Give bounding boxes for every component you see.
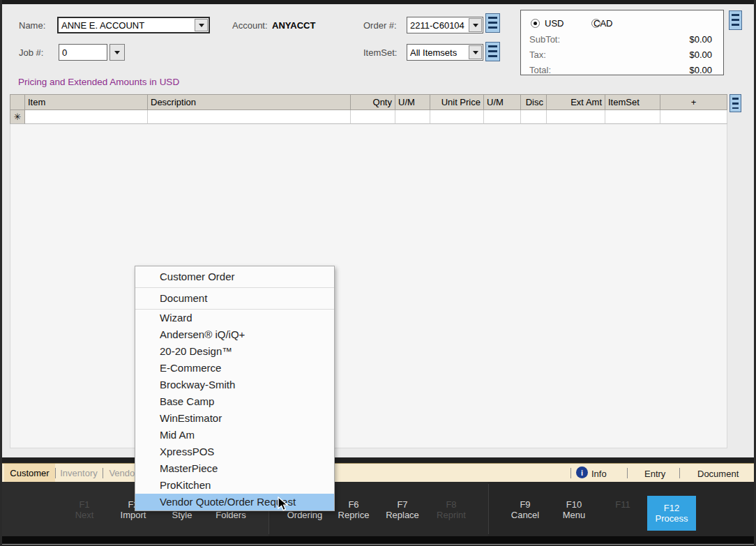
itemset-combobox[interactable]: All Itemsets <box>407 44 483 61</box>
new-record-marker: ✳ <box>10 110 25 124</box>
tax-label: Tax: <box>529 50 546 60</box>
job-number-value: 0 <box>62 45 67 60</box>
itemset-list-button[interactable] <box>485 42 500 61</box>
menu-item-2020-design[interactable]: 20-20 Design™ <box>135 343 334 360</box>
info-icon: i <box>576 467 588 478</box>
cell-qnty[interactable] <box>351 110 395 124</box>
order-number-combobox[interactable]: 2211-C60104 <box>407 17 483 33</box>
account-value: ANYACCT <box>272 20 315 31</box>
cell-item[interactable] <box>25 110 148 124</box>
tax-value: $0.00 <box>689 50 712 60</box>
menu-item-document[interactable]: Document <box>135 288 334 309</box>
grid-header-description[interactable]: Description <box>148 94 351 110</box>
fnkey-f8-reprint: F8Reprint <box>427 499 476 520</box>
tab-document[interactable]: Document <box>697 469 739 479</box>
grid-work-area <box>10 124 727 448</box>
cell-ext-amt[interactable] <box>547 110 605 124</box>
job-dropdown-button[interactable] <box>109 44 125 61</box>
bottom-divider-strip <box>0 457 756 463</box>
cell-disc[interactable] <box>521 110 547 124</box>
cell-um1[interactable] <box>395 110 430 124</box>
customer-name-combobox[interactable]: ANNE E. ACCOUNT <box>57 17 210 33</box>
list-icon <box>488 45 497 58</box>
grid-header-qnty[interactable]: Qnty <box>351 94 395 110</box>
chevron-down-icon <box>114 51 120 54</box>
menu-item-vendor-quote-order-request[interactable]: Vendor Quote/Order Request <box>135 494 334 510</box>
name-label: Name: <box>19 20 45 31</box>
subtotal-label: SubTot: <box>529 34 560 45</box>
chevron-down-icon[interactable] <box>195 19 208 31</box>
menu-item-wizard[interactable]: Wizard <box>135 310 334 326</box>
menu-item-xpresspos[interactable]: XpressPOS <box>135 443 334 460</box>
grid-header-row: Item Description Qnty U/M Unit Price U/M… <box>10 94 727 110</box>
order-number-label: Order #: <box>363 20 397 31</box>
menu-item-ecommerce[interactable]: E-Commerce <box>135 360 334 377</box>
fnkey-f1-next: F1Next <box>60 499 109 520</box>
function-bar-divider <box>488 484 489 534</box>
cell-plus[interactable] <box>660 110 727 124</box>
chevron-down-icon[interactable] <box>469 45 482 59</box>
fnkey-f11: F11 <box>598 499 647 510</box>
order-entry-window: Name: ANNE E. ACCOUNT Account: ANYACCT O… <box>0 0 756 546</box>
grid-header-um1[interactable]: U/M <box>395 94 430 110</box>
total-value: $0.00 <box>689 65 712 75</box>
grid-list-button[interactable] <box>729 94 741 112</box>
total-label: Total: <box>529 65 551 75</box>
menu-item-masterpiece[interactable]: MasterPiece <box>135 460 334 477</box>
mouse-cursor <box>278 496 289 512</box>
bottom-black-strip <box>0 536 756 544</box>
order-number-value: 2211-C60104 <box>410 17 464 33</box>
tab-bar: Customer Inventory Vendor Info Entry Doc… <box>0 463 756 482</box>
grid-header-um2[interactable]: U/M <box>484 94 521 110</box>
fnkey-f7-replace[interactable]: F7Replace <box>378 499 427 520</box>
grid-header-plus[interactable]: + <box>660 94 727 110</box>
fnkey-f9-cancel[interactable]: F9Cancel <box>501 499 550 520</box>
totals-list-button[interactable] <box>729 10 742 30</box>
grid-header-selector[interactable] <box>10 94 25 110</box>
menu-item-andersen[interactable]: Andersen® iQ/iQ+ <box>135 326 334 343</box>
cell-unit-price[interactable] <box>430 110 484 124</box>
cell-itemset[interactable] <box>605 110 660 124</box>
customer-name-value: ANNE E. ACCOUNT <box>61 18 144 32</box>
grid-header-item[interactable]: Item <box>25 94 148 110</box>
list-icon <box>488 17 497 29</box>
totals-panel: USD CAD SubTot: $0.00 Tax: $0.00 Total: … <box>520 10 724 75</box>
list-icon <box>732 14 739 26</box>
tab-info[interactable]: Info <box>591 469 607 479</box>
job-number-field[interactable]: 0 <box>59 44 107 61</box>
grid-header-itemset[interactable]: ItemSet <box>605 94 660 110</box>
fnkey-f10-menu[interactable]: F10Menu <box>550 499 598 520</box>
fnkey-f6-reprice[interactable]: F6Reprice <box>329 499 378 520</box>
menu-item-winestimator[interactable]: WinEstimator <box>135 410 334 427</box>
account-label: Account: <box>232 20 268 31</box>
menu-item-customer-order[interactable]: Customer Order <box>135 266 334 287</box>
itemset-label: ItemSet: <box>363 47 397 58</box>
tab-entry[interactable]: Entry <box>644 469 665 479</box>
pricing-section-title: Pricing and Extended Amounts in USD <box>18 77 179 87</box>
menu-item-mid-am[interactable]: Mid Am <box>135 427 334 443</box>
itemset-value: All Itemsets <box>410 45 457 60</box>
usd-radio[interactable] <box>531 19 540 28</box>
import-context-menu: Customer Order Document Wizard Andersen®… <box>135 266 335 511</box>
list-icon <box>732 98 739 109</box>
job-number-label: Job #: <box>19 47 43 58</box>
fnkey-f12-process[interactable]: F12Process <box>647 496 696 531</box>
tab-inventory[interactable]: Inventory <box>56 464 102 482</box>
grid-header-ext-amt[interactable]: Ext Amt <box>547 94 605 110</box>
order-list-button[interactable] <box>485 13 500 33</box>
chevron-down-icon[interactable] <box>469 18 482 32</box>
grid-new-record-row[interactable]: ✳ <box>10 110 727 124</box>
menu-item-prokitchen[interactable]: ProKitchen <box>135 477 334 494</box>
tab-customer[interactable]: Customer <box>4 464 55 482</box>
usd-radio-label: USD <box>545 18 564 29</box>
cell-um2[interactable] <box>484 110 521 124</box>
subtotal-value: $0.00 <box>689 34 712 45</box>
grid-header-disc[interactable]: Disc <box>521 94 547 110</box>
menu-item-brockway-smith[interactable]: Brockway-Smith <box>135 377 334 393</box>
menu-item-base-camp[interactable]: Base Camp <box>135 393 334 410</box>
cell-description[interactable] <box>148 110 351 124</box>
cad-radio-label: CAD <box>594 18 612 29</box>
grid-header-unit-price[interactable]: Unit Price <box>430 94 484 110</box>
